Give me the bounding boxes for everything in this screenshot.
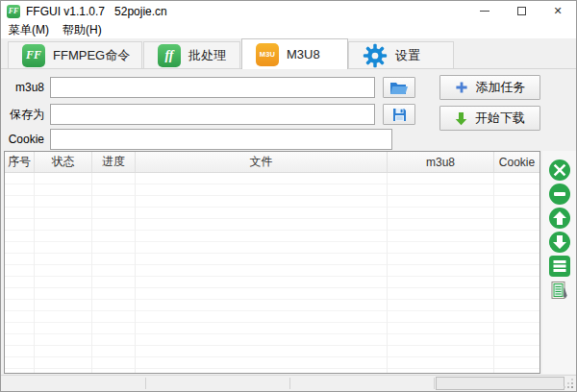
paste-edit-icon [549, 280, 570, 301]
remove-task-button[interactable] [549, 184, 570, 205]
tab-settings[interactable]: 设置 [348, 41, 454, 68]
tab-label: FFMPEG命令 [53, 47, 130, 64]
statusbar-divider [289, 378, 290, 389]
move-up-icon [549, 208, 570, 229]
gear-icon [363, 43, 388, 68]
column-header-file[interactable]: 文件 [136, 152, 388, 172]
column-divider [387, 173, 388, 373]
start-download-button[interactable]: 开始下载 [439, 106, 540, 131]
column-divider [135, 173, 136, 373]
column-header-status[interactable]: 状态 [35, 152, 92, 172]
minimize-button[interactable] [466, 1, 503, 21]
m3u8-label: m3u8 [0, 77, 44, 98]
table-body-empty[interactable] [5, 173, 539, 373]
browse-folder-button[interactable] [383, 77, 415, 98]
menu-item-menu[interactable]: 菜单(M) [9, 22, 49, 38]
save-as-input[interactable] [50, 104, 375, 125]
table-header-row: 序号 状态 进度 文件 m3u8 Cookie [5, 152, 539, 173]
cookie-input[interactable] [50, 129, 392, 150]
move-down-icon [549, 232, 570, 253]
download-arrow-icon [455, 111, 467, 126]
statusbar-divider [145, 378, 146, 389]
move-up-button[interactable] [549, 208, 570, 229]
tab-label: 批处理 [188, 47, 226, 64]
resize-grip[interactable] [571, 386, 573, 388]
column-divider [91, 173, 92, 373]
maximize-button[interactable] [503, 1, 539, 21]
paste-button[interactable] [549, 280, 570, 301]
tabstrip: FF FFMPEG命令 ff 批处理 M3U M3U8 [1, 38, 576, 69]
task-list-button[interactable] [549, 256, 570, 277]
tab-ffmpeg-command[interactable]: FF FFMPEG命令 [8, 41, 142, 68]
open-folder-icon [389, 81, 409, 95]
remove-icon [549, 184, 570, 205]
app-window: FF FFGUI v1.1.0.7 52pojie.cn ✕ 菜单(M) 帮助(… [0, 0, 577, 392]
column-header-cookie[interactable]: Cookie [494, 152, 539, 172]
maximize-icon [517, 7, 526, 15]
menu-item-help[interactable]: 帮助(H) [63, 22, 102, 38]
task-table: 序号 状态 进度 文件 m3u8 Cookie [4, 151, 540, 374]
tab-m3u8[interactable]: M3U M3U8 [241, 38, 348, 69]
ffmpeg-badge-icon: FF [22, 44, 45, 67]
window-controls: ✕ [466, 1, 576, 21]
statusbar-panel [436, 377, 564, 390]
add-task-button[interactable]: 添加任务 [439, 75, 540, 100]
delete-task-button[interactable] [549, 159, 570, 181]
plus-icon [455, 81, 468, 94]
save-as-label: 保存为 [0, 104, 44, 125]
column-divider [493, 173, 494, 373]
window-title: FFGUI v1.1.0.7 52pojie.cn [26, 5, 167, 18]
task-actions-rail [542, 151, 576, 374]
cookie-label: Cookie [0, 129, 44, 150]
m3u8-input[interactable] [50, 77, 375, 98]
minimize-icon [480, 11, 489, 12]
delete-icon [549, 159, 570, 181]
m3u-badge-icon: M3U [256, 43, 279, 66]
move-down-button[interactable] [549, 232, 570, 253]
tab-label: M3U8 [287, 47, 320, 61]
column-header-progress[interactable]: 进度 [92, 152, 136, 172]
app-logo-icon: FF [7, 5, 20, 18]
column-divider [34, 173, 35, 373]
close-button[interactable]: ✕ [539, 1, 576, 21]
column-header-index[interactable]: 序号 [5, 152, 35, 172]
ff-badge-icon: ff [158, 44, 181, 67]
save-file-button[interactable] [383, 104, 415, 125]
statusbar [1, 375, 576, 391]
add-task-label: 添加任务 [476, 79, 526, 96]
close-icon: ✕ [553, 6, 562, 16]
column-header-m3u8[interactable]: m3u8 [388, 152, 494, 172]
tab-label: 设置 [395, 47, 420, 64]
start-download-label: 开始下载 [475, 110, 525, 127]
titlebar: FF FFGUI v1.1.0.7 52pojie.cn ✕ [1, 1, 576, 21]
statusbar-divider [434, 378, 435, 389]
tab-batch[interactable]: ff 批处理 [143, 41, 240, 68]
menubar: 菜单(M) 帮助(H) [1, 21, 576, 38]
save-floppy-icon [392, 108, 407, 122]
list-icon [549, 256, 570, 277]
